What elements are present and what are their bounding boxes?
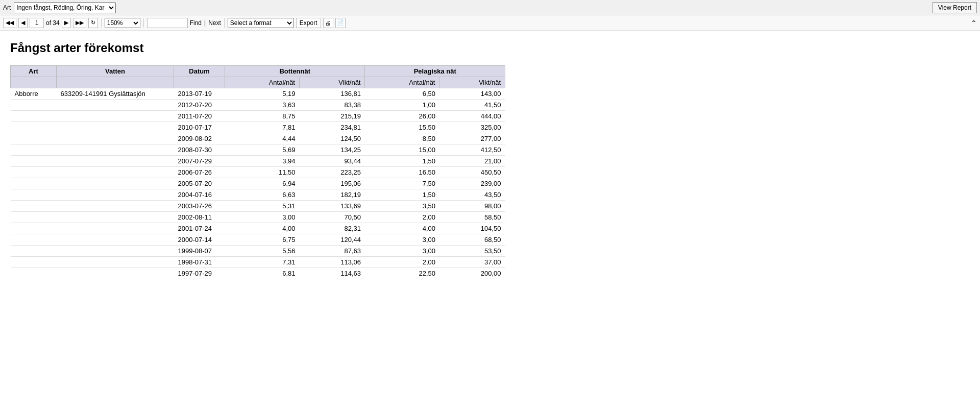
table-cell [57, 212, 174, 223]
table-cell: 143,00 [439, 88, 505, 100]
table-cell: 37,00 [439, 257, 505, 268]
art-select[interactable]: Ingen fångst, Röding, Öring, Kar [14, 2, 116, 13]
col-sub-b-vikt: Vikt/nät [300, 77, 365, 88]
find-link[interactable]: Find [190, 19, 202, 27]
table-cell: 412,50 [439, 144, 505, 156]
table-row: 1999-08-075,5687,633,0053,50 [11, 246, 505, 257]
table-cell: 82,31 [300, 223, 365, 234]
col-sub-empty-1 [11, 77, 57, 88]
col-header-vatten: Vatten [57, 66, 174, 77]
table-row: 2012-07-203,6383,381,0041,50 [11, 100, 505, 111]
table-cell: 3,00 [365, 246, 439, 257]
table-cell: 2007-07-29 [174, 156, 225, 167]
table-cell [11, 212, 57, 223]
table-cell: 5,31 [225, 201, 300, 212]
table-cell: 83,38 [300, 100, 365, 111]
next-link[interactable]: Next [208, 19, 221, 27]
table-cell: 239,00 [439, 178, 505, 189]
table-cell: 8,50 [365, 133, 439, 144]
next-page-button[interactable]: ▶ [62, 18, 71, 28]
table-row: 2001-07-244,0082,314,00104,50 [11, 223, 505, 234]
table-cell [57, 234, 174, 246]
table-cell: 223,25 [300, 167, 365, 178]
top-bar-left: Art Ingen fångst, Röding, Öring, Kar [3, 2, 116, 13]
table-cell [11, 144, 57, 156]
table-row: 2002-08-113,0070,502,0058,50 [11, 212, 505, 223]
table-cell [57, 100, 174, 111]
table-cell: 16,50 [365, 167, 439, 178]
separator-2 [143, 18, 144, 28]
table-cell: 633209-141991 Gyslättasjön [57, 88, 174, 100]
table-cell: 3,50 [365, 201, 439, 212]
page-input[interactable] [30, 18, 44, 28]
save-icon-button[interactable]: 📄 [335, 18, 346, 28]
print-icon-button[interactable]: 🖨 [323, 18, 333, 28]
table-cell: 2006-07-26 [174, 167, 225, 178]
table-cell: 22,50 [365, 268, 439, 279]
table-cell: 2008-07-30 [174, 144, 225, 156]
format-select[interactable]: Select a format PDF Excel Word CSV [228, 18, 294, 28]
table-cell: 114,63 [300, 268, 365, 279]
table-cell: 2013-07-19 [174, 88, 225, 100]
table-cell [11, 268, 57, 279]
table-cell [57, 257, 174, 268]
last-page-button[interactable]: ▶▶ [73, 18, 86, 28]
table-cell: 2,00 [365, 257, 439, 268]
table-cell [57, 223, 174, 234]
table-cell: 277,00 [439, 133, 505, 144]
table-cell: 234,81 [300, 122, 365, 133]
table-cell: 120,44 [300, 234, 365, 246]
table-cell: 5,69 [225, 144, 300, 156]
table-cell [11, 122, 57, 133]
table-cell [57, 268, 174, 279]
table-header-row-1: Art Vatten Datum Bottennät Pelagiska nät [11, 66, 505, 77]
page-of-label: of 34 [46, 19, 60, 27]
table-cell [11, 178, 57, 189]
art-label: Art [3, 4, 11, 11]
zoom-select[interactable]: 75% 100% 125% 150% 200% [105, 18, 140, 28]
table-cell [11, 234, 57, 246]
col-sub-p-antal: Antal/nät [365, 77, 439, 88]
table-cell [57, 122, 174, 133]
table-cell: Abborre [11, 88, 57, 100]
prev-page-button[interactable]: ◀ [18, 18, 28, 28]
table-cell [11, 257, 57, 268]
find-input[interactable] [147, 18, 188, 28]
table-cell: 6,75 [225, 234, 300, 246]
table-cell: 7,81 [225, 122, 300, 133]
col-sub-p-vikt: Vikt/nät [439, 77, 505, 88]
top-bar-right: View Report [933, 2, 977, 13]
first-page-button[interactable]: ◀◀ [3, 18, 16, 28]
table-cell: 53,50 [439, 246, 505, 257]
refresh-button[interactable]: ↻ [88, 18, 98, 28]
table-cell: 1,50 [365, 189, 439, 201]
export-button[interactable]: Export [296, 18, 321, 28]
table-row: 2011-07-208,75215,1926,00444,00 [11, 111, 505, 122]
col-header-art: Art [11, 66, 57, 77]
table-cell: 1,00 [365, 100, 439, 111]
table-header-row-2: Antal/nät Vikt/nät Antal/nät Vikt/nät [11, 77, 505, 88]
table-cell: 182,19 [300, 189, 365, 201]
table-cell: 8,75 [225, 111, 300, 122]
table-cell: 93,44 [300, 156, 365, 167]
report-content: Fångst arter förekomst Art Vatten Datum … [0, 31, 980, 289]
collapse-button[interactable]: ⌃ [971, 19, 977, 27]
table-cell: 98,00 [439, 201, 505, 212]
table-cell: 1,50 [365, 156, 439, 167]
view-report-button[interactable]: View Report [933, 2, 977, 13]
table-cell: 4,00 [365, 223, 439, 234]
table-row: 2008-07-305,69134,2515,00412,50 [11, 144, 505, 156]
col-header-pelagiska: Pelagiska nät [365, 66, 505, 77]
table-cell: 3,00 [365, 234, 439, 246]
table-cell: 68,50 [439, 234, 505, 246]
table-cell: 124,50 [300, 133, 365, 144]
table-cell: 15,00 [365, 144, 439, 156]
table-cell: 2011-07-20 [174, 111, 225, 122]
table-cell [57, 167, 174, 178]
table-cell [11, 156, 57, 167]
table-cell [11, 133, 57, 144]
table-cell [57, 189, 174, 201]
col-header-datum: Datum [174, 66, 225, 77]
table-row: 2010-07-177,81234,8115,50325,00 [11, 122, 505, 133]
table-cell [11, 246, 57, 257]
